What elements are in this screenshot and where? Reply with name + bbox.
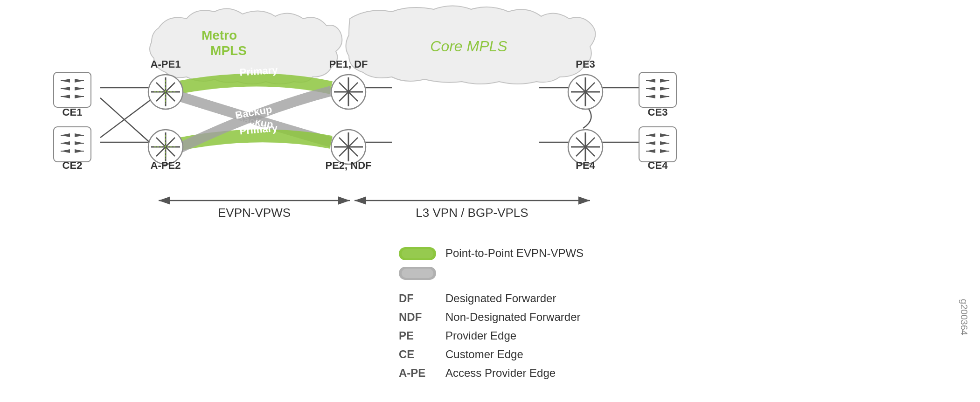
ce1-node bbox=[54, 72, 91, 107]
pe4-label: PE4 bbox=[576, 159, 595, 171]
ce2-label: CE2 bbox=[63, 159, 83, 171]
ce4-label: CE4 bbox=[648, 159, 668, 171]
svg-rect-93 bbox=[639, 127, 676, 162]
ape2-node bbox=[148, 130, 183, 164]
legend-pe-desc: Provider Edge bbox=[445, 329, 516, 342]
ce3-label: CE3 bbox=[648, 106, 668, 118]
pe1-label: PE1, DF bbox=[329, 58, 368, 70]
svg-rect-109 bbox=[402, 249, 433, 258]
pe3-node bbox=[568, 75, 603, 109]
pe2-label: PE2, NDF bbox=[325, 159, 371, 171]
core-mpls-cloud: Core MPLS bbox=[346, 6, 596, 84]
svg-rect-33 bbox=[54, 127, 91, 162]
ape2-label: A-PE2 bbox=[151, 159, 181, 171]
pe2-node bbox=[331, 130, 366, 164]
legend-ndf-label: NDF bbox=[399, 311, 422, 323]
legend-evpn-label: Point-to-Point EVPN-VPWS bbox=[445, 247, 584, 259]
legend-green-pill bbox=[399, 247, 436, 260]
pe1-node bbox=[331, 75, 366, 109]
svg-rect-20 bbox=[54, 72, 91, 107]
legend-pe-label: PE bbox=[399, 329, 414, 342]
ce3-node bbox=[639, 72, 676, 107]
watermark: g200364 bbox=[959, 299, 969, 335]
l3vpn-label: L3 VPN / BGP-VPLS bbox=[416, 206, 528, 220]
diagram-container: Metro MPLS Core MPLS Primary Backup Prim… bbox=[0, 0, 980, 402]
ce4-node bbox=[639, 127, 676, 162]
svg-text:MPLS: MPLS bbox=[210, 43, 247, 58]
svg-rect-80 bbox=[639, 72, 676, 107]
legend-ape-label: A-PE bbox=[399, 367, 425, 379]
legend-ape-desc: Access Provider Edge bbox=[445, 367, 556, 379]
pe3-label: PE3 bbox=[576, 58, 595, 70]
legend-gray-pill bbox=[399, 267, 436, 280]
evpn-vpws-label: EVPN-VPWS bbox=[218, 206, 291, 220]
legend-ce-label: CE bbox=[399, 348, 414, 360]
svg-line-13 bbox=[100, 96, 156, 138]
ce2-node bbox=[54, 127, 91, 162]
svg-text:Metro: Metro bbox=[202, 28, 237, 42]
pe4-node bbox=[568, 130, 603, 164]
legend-ce-desc: Customer Edge bbox=[445, 348, 523, 360]
svg-line-12 bbox=[100, 98, 156, 148]
ce1-label: CE1 bbox=[63, 106, 83, 118]
ape1-node bbox=[148, 75, 183, 109]
svg-text:Core MPLS: Core MPLS bbox=[430, 38, 507, 55]
ape1-label: A-PE1 bbox=[151, 58, 181, 70]
legend-ndf-desc: Non-Designated Forwarder bbox=[445, 311, 580, 323]
legend-df-label: DF bbox=[399, 292, 414, 305]
legend-df-desc: Designated Forwarder bbox=[445, 292, 556, 305]
svg-rect-111 bbox=[402, 269, 433, 278]
